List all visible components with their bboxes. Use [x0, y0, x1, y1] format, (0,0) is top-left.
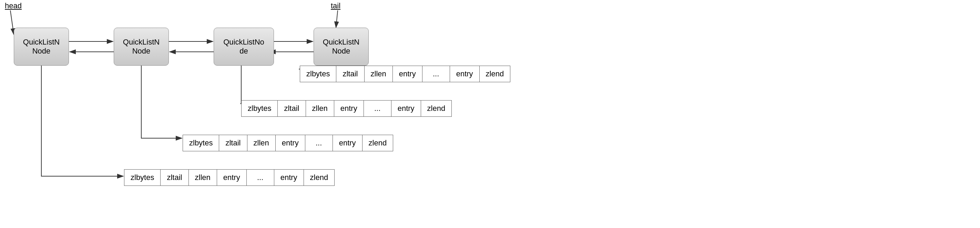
zl3-zlend: zlend [421, 100, 452, 117]
quicklist-node-4: QuickListNNode [313, 27, 369, 66]
zl1-zllen: zllen [189, 169, 217, 186]
zl1-dots: ... [247, 169, 274, 186]
quicklist-node-2: QuickListNNode [114, 27, 169, 66]
ziplist-row-3: zlbytes zltail zllen entry ... entry zle… [241, 100, 452, 117]
ziplist-row-4: zlbytes zltail zllen entry ... entry zle… [300, 66, 510, 82]
zl1-zlbytes: zlbytes [124, 169, 161, 186]
zl2-dots: ... [305, 135, 333, 151]
zl3-zlbytes: zlbytes [241, 100, 278, 117]
zl3-dots: ... [364, 100, 391, 117]
svg-line-8 [10, 10, 14, 35]
zl3-entry2: entry [391, 100, 421, 117]
zl4-dots: ... [422, 66, 450, 82]
zl4-zlend: zlend [480, 66, 511, 82]
zl2-zllen: zllen [247, 135, 276, 151]
quicklist-node-3: QuickListNode [214, 27, 274, 66]
zl2-zlbytes: zlbytes [183, 135, 219, 151]
head-label: head [5, 2, 22, 10]
zl1-zlend: zlend [304, 169, 335, 186]
quicklist-node-1: QuickListNNode [14, 27, 69, 66]
zl1-entry2: entry [274, 169, 304, 186]
svg-line-9 [336, 10, 338, 27]
zl2-zltail: zltail [219, 135, 247, 151]
ziplist-row-2: zlbytes zltail zllen entry ... entry zle… [183, 135, 393, 151]
tail-label: tail [331, 2, 340, 10]
zl2-zlend: zlend [363, 135, 393, 151]
zl3-zltail: zltail [278, 100, 305, 117]
zl3-zllen: zllen [306, 100, 334, 117]
zl2-entry1: entry [276, 135, 305, 151]
zl4-entry2: entry [450, 66, 480, 82]
ziplist-row-1: zlbytes zltail zllen entry ... entry zle… [124, 169, 334, 186]
zl2-entry2: entry [333, 135, 363, 151]
zl4-zllen: zllen [364, 66, 393, 82]
zl4-entry1: entry [393, 66, 422, 82]
zl1-entry1: entry [217, 169, 247, 186]
zl3-entry1: entry [334, 100, 364, 117]
zl4-zlbytes: zlbytes [300, 66, 336, 82]
zl1-zltail: zltail [161, 169, 188, 186]
zl4-zltail: zltail [336, 66, 364, 82]
